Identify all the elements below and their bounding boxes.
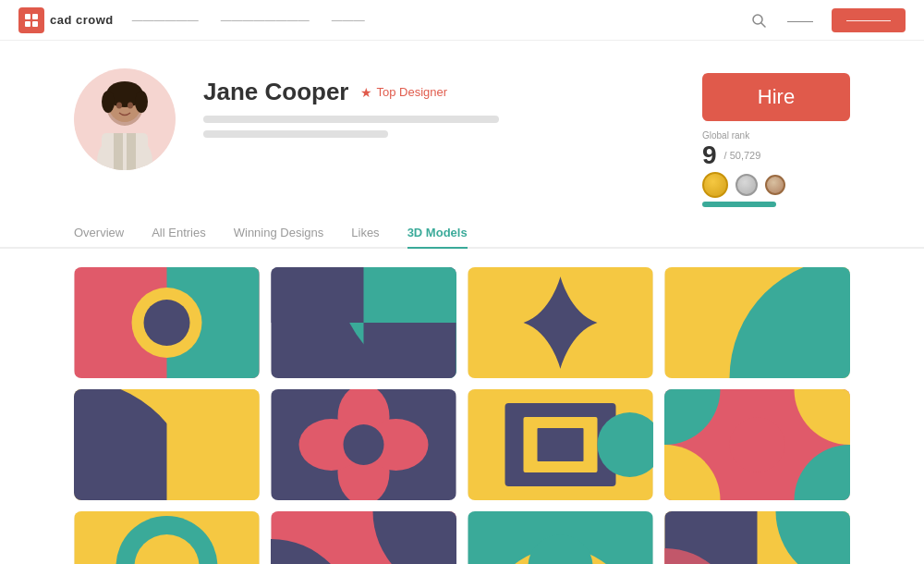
profile-name-row: Jane Cooper ★ Top Designer — [203, 78, 675, 106]
tab-overview[interactable]: Overview — [74, 226, 124, 249]
svg-point-20 — [144, 300, 190, 346]
navbar: cad crowd —————— ———————— ——— —— ———— — [0, 0, 924, 41]
svg-rect-30 — [167, 389, 260, 500]
rank-total: / 50,729 — [724, 150, 761, 161]
design-card-9[interactable] — [74, 511, 260, 564]
svg-rect-23 — [364, 323, 456, 378]
profile-bio-line2 — [203, 130, 388, 138]
design-card-5[interactable] — [74, 389, 260, 500]
nav-link-1[interactable]: —————— — [132, 14, 199, 27]
avatar — [74, 68, 176, 170]
tabs-row: Overview All Entries Winning Designs Lik… — [0, 226, 924, 249]
designs-grid — [0, 267, 924, 564]
svg-point-36 — [344, 424, 384, 465]
avatar-image — [88, 78, 162, 170]
svg-point-11 — [135, 91, 148, 113]
tab-winning-designs[interactable]: Winning Designs — [234, 226, 324, 249]
svg-rect-15 — [114, 133, 123, 170]
svg-rect-0 — [25, 14, 30, 19]
hire-button[interactable]: Hire — [702, 73, 850, 121]
profile-section: Jane Cooper ★ Top Designer Hire Global r… — [0, 41, 924, 226]
design-card-8[interactable] — [664, 389, 850, 500]
design-card-3[interactable] — [468, 267, 653, 378]
design-card-10[interactable] — [271, 511, 456, 564]
bronze-badge-icon — [765, 175, 785, 195]
badge-text: Top Designer — [377, 85, 448, 99]
design-card-12[interactable] — [664, 511, 850, 564]
global-rank: Global rank 9 / 50,729 — [702, 130, 850, 207]
svg-line-5 — [761, 23, 765, 27]
profile-name: Jane Cooper — [203, 78, 349, 106]
avatar-wrapper — [74, 68, 176, 170]
search-icon[interactable] — [748, 10, 769, 31]
design-card-7[interactable] — [468, 389, 653, 500]
logo-icon — [18, 7, 44, 33]
silver-badge-icon — [736, 174, 758, 196]
svg-point-12 — [116, 103, 122, 109]
nav-more[interactable]: —— — [787, 13, 813, 28]
rank-progress-bar — [702, 202, 776, 207]
svg-rect-40 — [538, 428, 584, 461]
design-card-2[interactable] — [271, 267, 456, 378]
profile-bio-line1 — [203, 116, 499, 123]
svg-point-13 — [128, 103, 133, 109]
tab-all-entries[interactable]: All Entries — [152, 226, 206, 249]
svg-rect-24 — [272, 267, 364, 323]
tab-3d-models[interactable]: 3D Models — [407, 226, 468, 249]
svg-rect-16 — [127, 133, 136, 170]
design-card-1[interactable] — [74, 267, 260, 378]
design-card-6[interactable] — [271, 389, 456, 500]
rank-row: 9 / 50,729 — [702, 141, 850, 170]
top-designer-badge: ★ Top Designer — [360, 85, 448, 100]
profile-info: Jane Cooper ★ Top Designer — [203, 68, 675, 138]
gold-badge-icon — [702, 172, 728, 198]
hire-panel: Hire Global rank 9 / 50,729 — [702, 73, 850, 207]
svg-rect-14 — [102, 133, 148, 170]
badge-icons — [702, 172, 850, 198]
nav-links: —————— ———————— ——— — [132, 14, 422, 27]
logo-text: cad crowd — [50, 13, 114, 27]
svg-rect-1 — [32, 14, 38, 19]
design-card-11[interactable] — [468, 511, 653, 564]
svg-point-10 — [102, 91, 115, 113]
star-icon: ★ — [360, 85, 372, 100]
svg-rect-2 — [25, 21, 30, 27]
nav-cta-button[interactable]: ———— — [832, 8, 906, 32]
svg-point-47 — [730, 417, 785, 472]
rank-number: 9 — [702, 141, 717, 170]
tab-likes[interactable]: Likes — [351, 226, 379, 249]
global-rank-label: Global rank — [702, 130, 850, 141]
nav-link-2[interactable]: ———————— — [221, 14, 310, 27]
logo[interactable]: cad crowd — [18, 7, 114, 33]
svg-rect-3 — [32, 21, 38, 27]
design-card-4[interactable] — [664, 267, 850, 378]
nav-link-3[interactable]: ——— — [332, 14, 365, 27]
